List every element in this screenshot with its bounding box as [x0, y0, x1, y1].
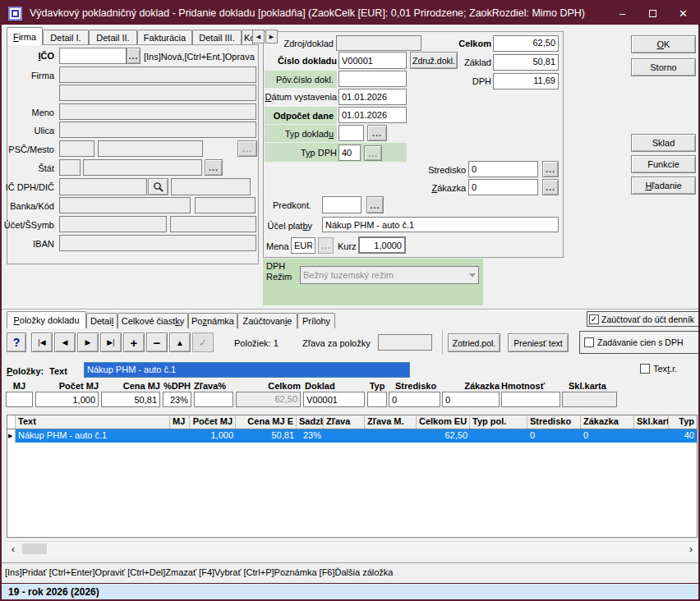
meno-input[interactable]	[59, 103, 256, 120]
tab-detail-3[interactable]: Detail III.	[192, 30, 242, 44]
pov-cislo-input[interactable]	[338, 71, 407, 87]
odpocet-dane-input[interactable]	[338, 107, 407, 123]
delete-row-button[interactable]: −	[146, 333, 168, 352]
tab-zauctovanie[interactable]: Zaúčtovanie	[237, 313, 297, 328]
mena-lookup-button[interactable]: ...	[318, 237, 334, 254]
firma-input-2[interactable]	[59, 85, 256, 101]
zakazka-input[interactable]	[468, 179, 538, 195]
kurz-input[interactable]	[358, 236, 406, 254]
typ-dph-input[interactable]	[338, 145, 361, 161]
entry-cena-mj-input[interactable]	[101, 392, 160, 407]
zdroj-doklad-input[interactable]	[336, 35, 421, 51]
stat-code-input[interactable]	[59, 159, 81, 176]
entry-zakazka-input[interactable]	[442, 392, 500, 407]
nav-next-button[interactable]: ▶	[77, 333, 99, 352]
text-row-checkbox[interactable]: Text.r.	[640, 364, 677, 374]
stredisko-input[interactable]	[468, 161, 538, 177]
nav-prev-button[interactable]: ◀	[54, 333, 76, 352]
tab-fakturacia[interactable]: Fakturácia	[137, 30, 192, 44]
mena-input[interactable]	[291, 237, 315, 254]
tab-firma[interactable]: Firma	[7, 27, 43, 45]
predkont-input[interactable]	[322, 196, 362, 213]
close-button[interactable]: ✕	[668, 2, 698, 25]
help-button[interactable]: ?	[7, 333, 26, 352]
kod-input[interactable]	[195, 197, 256, 213]
stredisko-lookup-button[interactable]: ...	[542, 161, 559, 177]
cislo-dokladu-input[interactable]	[338, 52, 407, 69]
entry-doklad-input[interactable]	[303, 392, 365, 407]
tab-celkove-ciastky[interactable]: Celkové čiastky	[117, 313, 188, 328]
grid-col-sadzba: Sadzb	[297, 415, 324, 429]
ellipsis-icon: ...	[128, 51, 138, 61]
banka-input[interactable]	[59, 197, 191, 213]
typ-dph-lookup-button[interactable]: ...	[364, 145, 382, 161]
firma-input-1[interactable]	[59, 67, 256, 83]
entry-label-hmotnost: Hmotnosť	[501, 381, 560, 391]
ico-lookup-button[interactable]: ...	[127, 48, 140, 64]
dic-input[interactable]	[171, 178, 251, 195]
tab-poznamka[interactable]: Poznámka	[188, 313, 237, 328]
transfer-text-button[interactable]: Preniesť text	[508, 333, 569, 352]
ulica-input[interactable]	[59, 122, 256, 138]
tab-prilohy[interactable]: Prílohy	[297, 313, 335, 328]
move-up-button[interactable]: ▲	[169, 333, 191, 352]
minimize-button[interactable]: –	[607, 2, 638, 25]
tab-detail[interactable]: Detail	[86, 313, 117, 328]
funkcie-button[interactable]: Funkcie	[631, 155, 696, 173]
predkont-lookup-button[interactable]: ...	[366, 196, 384, 213]
stat-lookup-button[interactable]: ...	[205, 159, 223, 176]
tab-scroll-right-button[interactable]: ▶	[265, 30, 278, 44]
stat-name-input[interactable]	[83, 159, 202, 176]
sklad-button[interactable]: Sklad	[631, 134, 696, 152]
mesto-lookup-button[interactable]: ...	[237, 140, 257, 157]
scrollbar-right-arrow[interactable]: ›	[684, 544, 698, 554]
item-text-input[interactable]: Nákup PHM - auto č.1	[84, 362, 410, 378]
tab-scroll-left-button[interactable]: ◀	[252, 30, 265, 44]
ssymb-input[interactable]	[170, 216, 256, 232]
hladanie-button[interactable]: Hľadanie	[631, 177, 696, 195]
iban-input[interactable]	[59, 235, 256, 251]
entry-typ-input[interactable]	[367, 392, 387, 407]
add-row-button[interactable]: +	[123, 333, 145, 352]
maximize-button[interactable]	[638, 2, 668, 25]
entry-stredisko-input[interactable]	[389, 392, 440, 407]
nav-last-button[interactable]: ▶|	[100, 333, 122, 352]
checkbox-unchecked-icon	[584, 337, 594, 347]
grid-selected-row[interactable]: ▶ Nákup PHM - auto č.1 1,000 50,81 23% 6…	[7, 429, 697, 443]
vat-prices-checkbox[interactable]: Zadávanie cien s DPH	[579, 331, 699, 354]
entry-zlava-input[interactable]	[194, 392, 233, 407]
tab-detail-1[interactable]: Detail I.	[43, 30, 89, 44]
discount-input[interactable]	[378, 334, 432, 351]
tab-detail-2[interactable]: Detail II.	[89, 30, 137, 44]
typ-dokladu-lookup-button[interactable]: ...	[367, 125, 387, 141]
tab-kontakt[interactable]: Kon	[242, 30, 253, 44]
dph-rezim-select[interactable]: Bežný tuzemský režim	[300, 266, 479, 284]
scrollbar-left-arrow[interactable]: ‹	[7, 544, 20, 554]
application-window: Výdavkový pokladničný doklad - Pridanie …	[0, 0, 700, 601]
datum-vystavenia-input[interactable]	[338, 89, 407, 105]
ucet-input[interactable]	[59, 216, 167, 232]
scrollbar-thumb[interactable]	[22, 544, 47, 554]
entry-dph-input[interactable]	[163, 392, 191, 407]
horizontal-scrollbar[interactable]: ‹ ›	[7, 541, 698, 555]
ucel-platby-input[interactable]	[322, 217, 559, 232]
ico-input[interactable]	[59, 48, 127, 64]
ic-dph-input[interactable]	[59, 178, 147, 195]
entry-pocet-mj-input[interactable]	[35, 392, 99, 407]
items-grid[interactable]: Text MJ Počet MJ Cena MJ E Sadzb Zľava Z…	[7, 415, 698, 538]
typ-dokladu-input[interactable]	[338, 125, 364, 141]
ok-button[interactable]: OK	[631, 35, 696, 53]
storno-button[interactable]: Storno	[631, 58, 696, 76]
post-to-journal-checkbox[interactable]: ✓ Zaúčtovať do účt denník	[587, 311, 699, 327]
tab-polozky-dokladu[interactable]: Položky dokladu	[7, 311, 86, 328]
ellipsis-icon: ...	[242, 144, 252, 154]
entry-hmotnost-input[interactable]	[501, 392, 560, 407]
sort-items-button[interactable]: Zotried.pol.	[448, 333, 500, 352]
zakazka-lookup-button[interactable]: ...	[542, 179, 559, 195]
psc-input[interactable]	[59, 140, 94, 157]
entry-mj-input[interactable]	[6, 392, 33, 407]
nav-first-button[interactable]: |◀	[31, 333, 53, 352]
ic-dph-search-button[interactable]	[148, 178, 168, 195]
mesto-input[interactable]	[98, 140, 203, 157]
ellipsis-icon: ...	[546, 164, 555, 174]
